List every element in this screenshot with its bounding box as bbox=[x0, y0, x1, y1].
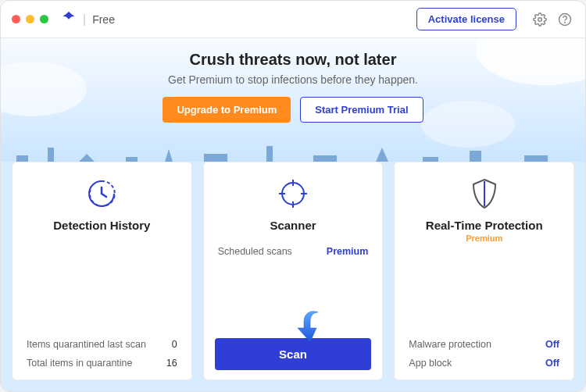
minimize-window-button[interactable] bbox=[26, 15, 34, 23]
close-window-button[interactable] bbox=[12, 15, 20, 23]
row-label: Items quarantined last scan bbox=[27, 339, 146, 350]
svg-point-4 bbox=[282, 183, 304, 205]
zoom-window-button[interactable] bbox=[40, 15, 48, 23]
detection-history-card[interactable]: Detection History Items quarantined last… bbox=[12, 162, 192, 380]
realtime-protection-card[interactable]: Real-Time Protection Premium Malware pro… bbox=[394, 162, 574, 380]
activate-license-button[interactable]: Activate license bbox=[416, 8, 516, 30]
help-button[interactable] bbox=[556, 10, 574, 29]
row-label: Malware protection bbox=[409, 339, 491, 350]
history-icon bbox=[84, 176, 119, 211]
plan-label: Free bbox=[92, 13, 115, 26]
history-row-total: Total items in quarantine 16 bbox=[27, 358, 177, 369]
card-title: Real-Time Protection bbox=[426, 219, 543, 232]
svg-point-2 bbox=[565, 22, 566, 23]
row-label: Total items in quarantine bbox=[27, 358, 133, 369]
row-label: App block bbox=[409, 358, 452, 369]
app-window: | Free Activate license Crush threats no… bbox=[0, 0, 586, 392]
shield-icon bbox=[467, 176, 502, 211]
card-title: Scanner bbox=[270, 219, 316, 232]
realtime-row-appblock: App block Off bbox=[409, 358, 559, 369]
upgrade-premium-button[interactable]: Upgrade to Premium bbox=[163, 97, 291, 123]
toggle-status[interactable]: Off bbox=[545, 358, 559, 369]
titlebar: | Free Activate license bbox=[1, 1, 585, 38]
premium-badge: Premium bbox=[466, 233, 502, 243]
window-controls bbox=[12, 15, 48, 23]
scanner-row-scheduled: Scheduled scans Premium bbox=[218, 246, 369, 257]
scan-button[interactable]: Scan bbox=[215, 338, 372, 370]
scanner-card[interactable]: Scanner Scheduled scans Premium Sca bbox=[203, 162, 384, 380]
brand: | Free bbox=[61, 10, 115, 28]
crosshair-icon bbox=[276, 176, 310, 211]
start-trial-button[interactable]: Start Premium Trial bbox=[300, 97, 423, 123]
divider: | bbox=[83, 12, 86, 27]
dashboard-cards: Detection History Items quarantined last… bbox=[1, 162, 585, 391]
logo-icon bbox=[61, 10, 77, 28]
svg-point-0 bbox=[538, 17, 542, 21]
row-value: 0 bbox=[172, 339, 177, 350]
premium-link[interactable]: Premium bbox=[327, 246, 369, 257]
row-value: 16 bbox=[166, 358, 177, 369]
settings-button[interactable] bbox=[531, 10, 549, 29]
row-label: Scheduled scans bbox=[218, 246, 292, 257]
realtime-row-malware: Malware protection Off bbox=[409, 339, 559, 350]
history-row-last-scan: Items quarantined last scan 0 bbox=[27, 339, 177, 350]
card-title: Detection History bbox=[53, 219, 150, 232]
toggle-status[interactable]: Off bbox=[545, 339, 559, 350]
hero-banner: Crush threats now, not later Get Premium… bbox=[1, 38, 585, 171]
